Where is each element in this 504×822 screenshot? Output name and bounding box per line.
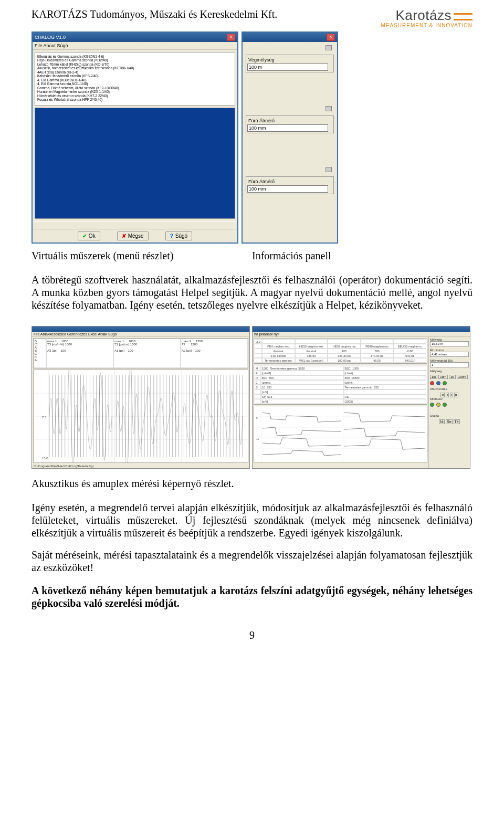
diameter2-label: Fúró Átmérő — [247, 178, 332, 185]
led-icon — [443, 381, 447, 385]
svg-text:5: 5 — [256, 416, 258, 419]
list-item[interactable]: Gamma, Hőmé sebesm, kilátó szonda (KF2-1… — [37, 86, 233, 90]
log-plot: 5 10 — [254, 406, 427, 462]
scale-button[interactable]: 1m — [430, 375, 437, 379]
ok-button[interactable]: ✔Ok — [78, 231, 100, 240]
list-item[interactable]: Lehúzó 70mm kábel (KH2kg) szonda (KO-2/7… — [37, 62, 233, 66]
col-letter: BCABEKA — [34, 339, 46, 368]
side-panel: Mélység 10,59 m Él minimo 4,41 m/min Mél… — [428, 337, 470, 468]
scale-button[interactable]: 100m — [457, 375, 468, 379]
status-bar: C:\Program Files\Házi\CHKLog\Feladat.kgt — [32, 464, 249, 468]
close-icon[interactable]: × — [327, 34, 335, 41]
track-header: BCABEKA ma-s 1 1000T3 [ms/m%] 1000A3 [μs… — [33, 338, 248, 368]
diameter-label: Fúró Átmérő — [247, 117, 332, 124]
rate-value: 4,41 m/min — [430, 352, 469, 357]
paragraph-bold: A következő néhány képen bemutatjuk a ka… — [32, 584, 472, 609]
sample-section: Mintavev — [430, 397, 469, 401]
cancel-button[interactable]: ✘Mégse — [117, 231, 149, 240]
baseline-section: Alapvonalas — [430, 387, 469, 391]
titlebar — [32, 326, 249, 332]
window-virtual-instruments: CHKLOG V1.0 × File About Súgó Ellenállás… — [32, 31, 238, 244]
instrument-list[interactable]: Ellenállás és Gamma szonda (KGE5N1-4-6) … — [35, 52, 235, 106]
col1: ma-s 1 1000T3 [ms/m%] 1000A3 [μs] 100 — [46, 339, 113, 368]
svg-text:7.5: 7.5 — [42, 416, 47, 419]
close-icon[interactable]: × — [227, 34, 235, 41]
col3: ma-s 2 1200T2 1200A2 [μs] 100 — [181, 339, 248, 368]
caption-2: Akusztikus és amuplex mérési képernyő ré… — [32, 477, 472, 490]
logo: Karotázs MEASUREMENT & INNOVATION — [381, 8, 472, 28]
logo-subtitle: MEASUREMENT & INNOVATION — [381, 23, 472, 28]
help-button[interactable]: ?Súgó — [165, 231, 192, 240]
led-icon — [443, 403, 447, 407]
list-item[interactable]: Kahasun: fahadmérő szonda (KFS-2/40) — [37, 74, 233, 78]
depth-value: 10,59 m — [430, 341, 469, 346]
window-title: CHKLOG V1.0 — [35, 35, 66, 40]
paragraph-1: A töbrétegű szoftverek használatát, alka… — [32, 273, 472, 311]
led-icon — [430, 381, 434, 385]
logo-lines-icon — [454, 13, 472, 20]
window-acoustic: File Ablakkezelésed Gerendezés Excel Abl… — [32, 326, 250, 469]
window-amuplex: na pillanatk nyil 2.9 PE4 meghim restHE5… — [252, 326, 470, 469]
panel-fold[interactable] — [246, 106, 334, 113]
logo-word: Karotázs — [395, 7, 452, 23]
menubar[interactable]: File Ablakkezelésed Gerendezés Excel Abl… — [32, 332, 249, 337]
company-name: KAROTÁZS Tudományos, Műszaki és Keresked… — [32, 8, 277, 20]
cross-icon: ✘ — [122, 233, 126, 239]
status-bar — [33, 221, 237, 229]
question-icon: ? — [170, 233, 173, 239]
nav-button[interactable]: N: — [439, 419, 445, 424]
nav-button[interactable]: Té — [454, 419, 460, 424]
preview-area — [35, 108, 235, 219]
caption-right: Információs panell — [236, 250, 331, 262]
list-item[interactable]: Hőmérséklet és neutron szonda (KH7-2 22/… — [37, 94, 233, 98]
nav-button[interactable]: Re — [446, 419, 453, 424]
scale-button[interactable]: 10 — [449, 375, 456, 379]
paragraph-3: Saját méréseink, mérési tapasztalataink … — [32, 549, 472, 574]
page-number: 9 — [32, 629, 472, 641]
titlebar: × — [243, 33, 337, 42]
panel-fold[interactable] — [246, 167, 334, 174]
titlebar — [253, 326, 470, 332]
col2: ma-s 1 1000T1 [μs/cm] 1000A1 [μs] 100 — [113, 339, 181, 368]
nav-prev-icon[interactable]: ‹ — [446, 393, 449, 397]
depth-input[interactable] — [247, 64, 328, 71]
waveform-plot: 7.5 15.0 — [33, 370, 248, 463]
last-label: Utolsó — [430, 414, 469, 417]
check-icon: ✔ — [82, 233, 87, 239]
window-info-panel: × Végmélység Fúró Átmérő Fúró Átmérő — [242, 31, 338, 244]
caption-left: Virtuális műszerek (menü részlet) — [32, 250, 236, 262]
paragraph-2: Igény esetén, a megrendelő tervei alapjá… — [32, 501, 472, 539]
depth-label: Végmélység — [247, 56, 332, 64]
channel-header: 2.9 PE4 meghim restHE50 meghim restHE50 … — [254, 338, 427, 364]
list-item[interactable]: Ellenállás és Gamma szonda (KGE5N1-4-6) — [37, 55, 233, 58]
list-item[interactable]: Focusz és Wholudrat szonda HPF 2/40,40) — [37, 98, 233, 101]
status-bar — [253, 463, 428, 465]
data-header: M1500 Természetes gamma 5050BSC 1000 E[c… — [254, 365, 427, 405]
nav-last-icon[interactable]: » — [454, 393, 458, 397]
list-item[interactable]: Akusztik, hőmérséklet és kauztikotika zá… — [37, 66, 233, 70]
list-item[interactable]: 4. Elő Gamma szonda,NO1-1/40) — [37, 82, 233, 86]
depth-section: Mélység — [430, 370, 469, 373]
diameter-input[interactable] — [247, 124, 328, 132]
list-item[interactable]: 4. Elő Gamma (KB8a,NO1-1/40) — [37, 78, 233, 82]
led-icon — [436, 381, 440, 385]
led-icon — [436, 403, 440, 407]
nav-first-icon[interactable]: « — [440, 393, 445, 397]
svg-text:10: 10 — [256, 437, 259, 440]
menubar[interactable]: na pillanatk nyil — [253, 332, 470, 337]
titlebar: CHKLOG V1.0 × — [33, 33, 237, 42]
scale-button[interactable]: 10m — [438, 375, 448, 379]
list-item[interactable]: 4AE-t (Ida) szonda (KI-2-4) — [37, 70, 233, 74]
diameter2-input[interactable] — [247, 185, 328, 193]
led-icon — [430, 403, 434, 407]
code-value: 1 — [430, 362, 469, 367]
panel-fold[interactable] — [246, 45, 334, 52]
svg-text:15.0: 15.0 — [42, 457, 48, 460]
menubar[interactable]: File About Súgó — [33, 42, 237, 50]
nav-next-icon[interactable]: › — [450, 393, 453, 397]
list-item[interactable]: Hejd-Dőlésmérés és Gamma szonda (KD2/40) — [37, 58, 233, 62]
list-item[interactable]: Hurateren Magnetomenter szonda (KD5 1-1/… — [37, 90, 233, 93]
